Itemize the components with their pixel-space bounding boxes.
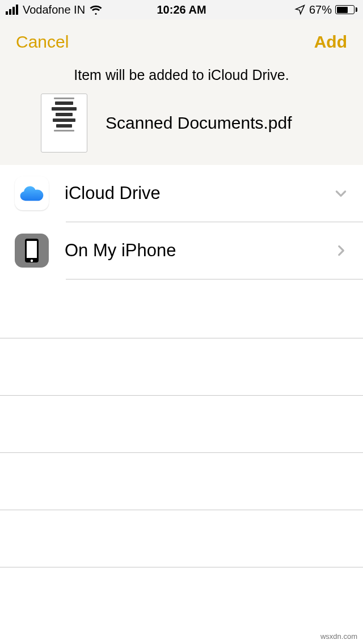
- empty-row: [0, 567, 363, 624]
- locations-list: iCloud Drive On My iPhone: [0, 165, 363, 624]
- carrier-label: Vodafone IN: [23, 3, 85, 16]
- iphone-icon: [15, 234, 49, 268]
- svg-point-2: [31, 260, 33, 262]
- destination-info-label: Item will be added to iCloud Drive.: [0, 65, 363, 94]
- icloud-icon: [15, 176, 49, 210]
- cancel-button[interactable]: Cancel: [16, 32, 69, 52]
- document-thumbnail: [41, 94, 87, 152]
- empty-row: [0, 396, 363, 452]
- location-label: On My iPhone: [65, 240, 334, 261]
- battery-percent: 67%: [309, 3, 332, 16]
- signal-icon: [6, 5, 18, 15]
- svg-rect-1: [27, 241, 37, 258]
- clock: 10:26 AM: [123, 3, 240, 16]
- add-button[interactable]: Add: [314, 32, 347, 52]
- watermark: wsxdn.com: [320, 632, 357, 641]
- wifi-icon: [90, 3, 102, 16]
- file-preview-row: Scanned Documents.pdf: [0, 94, 363, 165]
- sheet-header: Cancel Add Item will be added to iCloud …: [0, 19, 363, 165]
- chevron-down-icon: [334, 186, 348, 201]
- empty-row: [0, 338, 363, 395]
- battery-icon: [335, 5, 357, 14]
- empty-row: [0, 510, 363, 567]
- location-row-icloud[interactable]: iCloud Drive: [0, 165, 363, 222]
- empty-row: [0, 279, 363, 338]
- file-name-label: Scanned Documents.pdf: [105, 113, 292, 133]
- location-row-on-my-iphone[interactable]: On My iPhone: [0, 222, 363, 279]
- status-bar: Vodafone IN 10:26 AM 67%: [0, 0, 363, 19]
- chevron-right-icon: [334, 243, 348, 258]
- location-icon: [294, 4, 306, 15]
- location-label: iCloud Drive: [65, 183, 334, 204]
- empty-row: [0, 453, 363, 510]
